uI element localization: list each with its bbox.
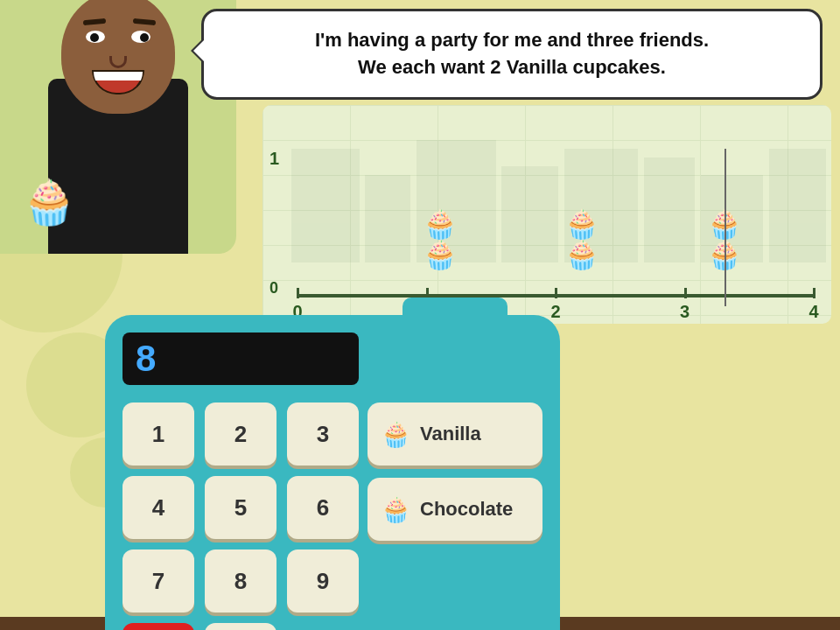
key-3[interactable]: 3 — [287, 402, 359, 466]
key-9[interactable]: 9 — [287, 550, 359, 612]
display-number: 8 — [136, 338, 156, 380]
key-7[interactable]: 7 — [122, 550, 194, 612]
key-delete[interactable]: 🗑 — [122, 623, 194, 630]
chocolate-button[interactable]: 🧁 Chocolate — [368, 478, 542, 541]
row-label-1: 1 — [270, 149, 279, 169]
keypad-row-3: 7 8 9 — [122, 550, 385, 612]
speech-bubble: I'm having a party for me and three frie… — [201, 9, 822, 100]
cash-register: 8 1 2 3 4 5 6 7 8 9 🗑 0 🧁 Vanilla — [105, 315, 560, 630]
vanilla-label: Vanilla — [420, 423, 481, 445]
cupcake-nl-choc-1: 🧁 — [423, 207, 458, 241]
cupcake-nl-vanilla-2: 🧁 — [564, 238, 599, 271]
keypad-row-4: 🗑 0 — [122, 623, 385, 630]
chocolate-cupcake-icon: 🧁 — [381, 495, 411, 524]
keypad-row-2: 4 5 6 — [122, 476, 385, 539]
number-line-area: 1 0 0 1 2 3 4 🧁 🧁 🧁 🧁 🧁 🧁 🧁 — [262, 105, 831, 324]
vanilla-button[interactable]: 🧁 Vanilla — [368, 402, 542, 466]
speech-text-line1: I'm having a party for me and three frie… — [225, 27, 799, 81]
key-0[interactable]: 0 — [205, 623, 276, 630]
register-display: 8 — [122, 332, 359, 385]
nl-label-2: 2 — [550, 302, 560, 322]
keypad-row-1: 1 2 3 — [122, 402, 385, 466]
nl-label-4: 4 — [808, 302, 818, 322]
keypad: 1 2 3 4 5 6 7 8 9 🗑 0 — [122, 402, 385, 630]
key-4[interactable]: 4 — [122, 476, 194, 539]
buildings-decoration — [262, 105, 831, 262]
key-5[interactable]: 5 — [205, 476, 276, 539]
vanilla-cupcake-icon: 🧁 — [381, 420, 411, 449]
flavor-buttons: 🧁 Vanilla 🧁 Chocolate — [368, 402, 542, 553]
key-8[interactable]: 8 — [205, 550, 276, 612]
cupcake-nl-vanilla-1: 🧁 — [423, 238, 458, 271]
row-label-0: 0 — [270, 279, 278, 298]
key-1[interactable]: 1 — [122, 402, 194, 466]
cupcake-nl-choc-2: 🧁 — [564, 207, 599, 241]
hand-cupcake-icon: 🧁 — [22, 177, 76, 228]
nl-label-3: 3 — [680, 302, 690, 322]
key-6[interactable]: 6 — [287, 476, 359, 539]
register-tab — [402, 298, 508, 324]
key-2[interactable]: 2 — [205, 402, 276, 466]
chocolate-label: Chocolate — [420, 498, 513, 521]
number-line: 0 1 2 3 4 — [298, 294, 814, 298]
nl-vertical-marker — [724, 149, 726, 306]
